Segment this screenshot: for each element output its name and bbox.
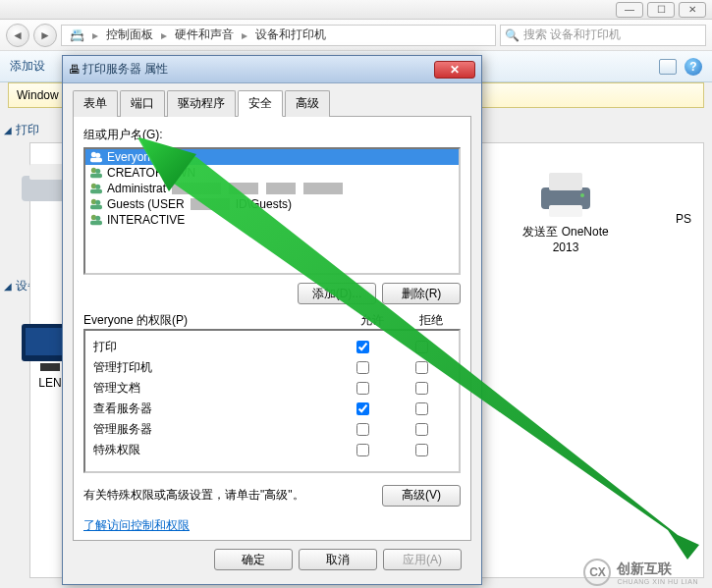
svg-point-3: [580, 193, 584, 197]
dialog-titlebar[interactable]: 🖶 打印服务器 属性 ✕: [63, 56, 481, 83]
svg-point-9: [91, 152, 96, 157]
user-name: Administrat: [107, 182, 166, 195]
users-listbox[interactable]: Everyone CREATOR OWN Administrat Guests: [83, 147, 461, 275]
perm-deny-checkbox[interactable]: [415, 382, 428, 395]
perm-name: 管理文档: [93, 380, 333, 397]
user-item-everyone[interactable]: Everyone: [85, 149, 459, 165]
svg-point-22: [95, 216, 100, 221]
perm-name: 特殊权限: [93, 442, 333, 458]
perm-row: 打印: [89, 337, 455, 357]
advanced-hint: 有关特殊权限或高级设置，请单击"高级"。: [83, 487, 304, 504]
add-device-link[interactable]: 添加设: [10, 58, 45, 75]
dialog-close-button[interactable]: ✕: [434, 61, 475, 79]
info-text: Window: [17, 88, 59, 102]
tab-ports[interactable]: 端口: [120, 90, 165, 117]
svg-rect-17: [90, 189, 102, 193]
user-name: CREATOR OWN: [107, 166, 195, 180]
watermark-sub: CHUANG XIN HU LIAN: [617, 578, 698, 585]
svg-point-15: [91, 184, 96, 188]
perm-deny-checkbox[interactable]: [415, 444, 428, 456]
svg-rect-23: [90, 221, 102, 225]
user-item-interactive[interactable]: INTERACTIVE: [85, 212, 459, 228]
apply-button[interactable]: 应用(A): [383, 549, 462, 570]
back-button[interactable]: ◄: [6, 24, 29, 47]
learn-link[interactable]: 了解访问控制和权限: [83, 518, 190, 532]
window-titlebar[interactable]: — ☐ ✕: [0, 0, 712, 20]
svg-point-18: [91, 199, 96, 204]
perm-deny-checkbox[interactable]: [415, 341, 428, 353]
add-button[interactable]: 添加(D)...: [298, 283, 376, 304]
perm-allow-checkbox[interactable]: [356, 444, 369, 456]
breadcrumb[interactable]: 📇 ▸ 控制面板 ▸ 硬件和声音 ▸ 设备和打印机: [61, 25, 496, 46]
svg-rect-1: [549, 173, 582, 190]
perm-allow-checkbox[interactable]: [356, 361, 369, 374]
tab-forms[interactable]: 表单: [73, 90, 118, 117]
crumb-1[interactable]: 控制面板: [102, 27, 157, 43]
perm-allow-checkbox[interactable]: [356, 402, 369, 415]
search-icon: 🔍: [505, 28, 520, 42]
maximize-button[interactable]: ☐: [647, 2, 675, 18]
advanced-button[interactable]: 高级(V): [382, 485, 461, 507]
user-name: INTERACTIVE: [107, 213, 185, 227]
svg-point-10: [95, 153, 100, 158]
close-button[interactable]: ✕: [679, 2, 706, 18]
device-len-label: LEN: [38, 376, 61, 390]
svg-rect-2: [549, 205, 582, 217]
user-item-guests[interactable]: Guests (USER ID\Guests): [85, 196, 459, 212]
perm-allow-checkbox[interactable]: [356, 423, 369, 436]
perm-deny-checkbox[interactable]: [415, 423, 428, 436]
users-icon: [89, 214, 103, 226]
permissions-listbox[interactable]: 打印管理打印机管理文档查看服务器管理服务器特殊权限: [83, 329, 461, 473]
tab-drivers[interactable]: 驱动程序: [167, 90, 236, 117]
cancel-button[interactable]: 取消: [299, 549, 377, 570]
chevron-right-icon: ▸: [88, 28, 102, 42]
allow-header: 允许: [343, 312, 402, 329]
tab-advanced[interactable]: 高级: [285, 90, 330, 117]
user-name: Everyone: [107, 150, 157, 164]
perm-row: 管理服务器: [89, 419, 455, 440]
printer-icon: 🖶: [69, 63, 81, 77]
view-button[interactable]: [659, 59, 677, 75]
ok-button[interactable]: 确定: [214, 549, 293, 570]
users-icon: [89, 198, 103, 210]
device-onenote[interactable]: 发送至 OneNote 2013: [512, 168, 620, 254]
svg-point-21: [91, 215, 96, 220]
user-item-creator[interactable]: CREATOR OWN: [85, 165, 459, 181]
perm-allow-checkbox[interactable]: [356, 341, 369, 353]
remove-button[interactable]: 删除(R): [382, 283, 461, 304]
svg-rect-20: [90, 205, 102, 209]
perm-row: 管理打印机: [89, 357, 455, 378]
users-icon: [89, 183, 103, 194]
search-placeholder: 搜索 设备和打印机: [523, 27, 621, 43]
device-label: 发送至 OneNote 2013: [512, 224, 620, 254]
tab-security[interactable]: 安全: [238, 90, 283, 117]
perm-name: 管理打印机: [93, 359, 333, 376]
dialog-buttons: 确定 取消 应用(A): [73, 541, 471, 578]
printer-icon: [531, 168, 600, 222]
perm-label: Everyone 的权限(P): [83, 312, 343, 329]
device-ps-label: PS: [676, 212, 691, 226]
deny-header: 拒绝: [402, 312, 461, 329]
crumb-2[interactable]: 硬件和声音: [171, 27, 238, 43]
security-tab-panel: 组或用户名(G): Everyone CREATOR OWN Administr…: [73, 117, 471, 541]
redacted: [266, 183, 296, 194]
svg-point-19: [95, 200, 100, 205]
forward-button[interactable]: ►: [33, 24, 57, 47]
cat-printers[interactable]: ◢打印: [4, 122, 60, 138]
perm-deny-checkbox[interactable]: [415, 361, 428, 374]
chevron-right-icon: ▸: [157, 28, 171, 42]
nav-toolbar: ◄ ► 📇 ▸ 控制面板 ▸ 硬件和声音 ▸ 设备和打印机 🔍 搜索 设备和打印…: [0, 20, 712, 51]
tab-strip: 表单 端口 驱动程序 安全 高级: [73, 89, 471, 117]
user-item-admin[interactable]: Administrat: [85, 181, 459, 196]
perm-deny-checkbox[interactable]: [415, 402, 428, 415]
perm-allow-checkbox[interactable]: [356, 382, 369, 395]
crumb-3[interactable]: 设备和打印机: [251, 27, 330, 43]
device-ps[interactable]: PS: [669, 210, 698, 226]
permissions-header: Everyone 的权限(P) 允许 拒绝: [83, 312, 461, 329]
search-input[interactable]: 🔍 搜索 设备和打印机: [500, 25, 706, 46]
help-icon[interactable]: ?: [685, 58, 702, 76]
svg-point-16: [95, 185, 100, 189]
redacted: [191, 198, 230, 210]
perm-row: 查看服务器: [89, 399, 455, 419]
minimize-button[interactable]: —: [616, 2, 643, 18]
